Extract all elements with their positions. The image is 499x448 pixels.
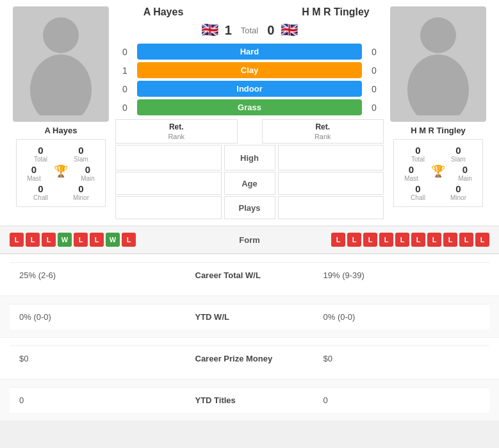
- total-section: 🇬🇧 1 Total 0 🇬🇧: [115, 22, 384, 38]
- player-left-main-cell: 0 Main: [74, 164, 101, 182]
- rank-row: Ret. Rank Ret. Rank: [115, 119, 384, 144]
- player-left-main-val: 0: [74, 164, 101, 175]
- career-wl-label: Career Total W/L: [186, 262, 314, 288]
- form-right-badge-1: L: [347, 233, 361, 247]
- form-right-badge-9: L: [475, 233, 489, 247]
- plays-right-val: [278, 196, 384, 219]
- player-left-total-val: 0: [20, 145, 61, 156]
- indoor-score-right: 0: [364, 84, 384, 94]
- player-right-mast-val: 0: [398, 164, 425, 175]
- player-right-total-cell: 0 Total: [398, 145, 438, 163]
- svg-point-2: [420, 17, 456, 53]
- form-label: Form: [211, 235, 288, 245]
- player-left-chall-minor-row: 0 Chall 0 Minor: [20, 183, 101, 201]
- svg-point-3: [407, 54, 469, 115]
- ytd-wl-row: 0% (0-0) YTD W/L 0% (0-0): [0, 295, 499, 337]
- form-right-badge-7: L: [443, 233, 457, 247]
- player-right-name: H M R Tingley: [411, 126, 466, 135]
- high-label: High: [240, 153, 259, 163]
- total-right-score: 0: [267, 23, 274, 38]
- ytd-wl-label: YTD W/L: [186, 304, 314, 329]
- rank-right-box: Ret. Rank: [262, 119, 384, 144]
- player-right-slam-val: 0: [438, 145, 479, 156]
- top-section: A Hayes 0 Total 0 Slam 0 Mast: [0, 0, 499, 226]
- form-left-badge-4: L: [74, 233, 88, 247]
- prize-money-left: $0: [10, 345, 186, 371]
- grass-score-right: 0: [364, 103, 384, 113]
- career-wl-right: 19% (9-39): [314, 262, 490, 288]
- player-left-slam-val: 0: [61, 145, 101, 156]
- player-right-total-val: 0: [398, 145, 438, 156]
- form-left-badge-1: L: [26, 233, 40, 247]
- form-right-badge-5: L: [411, 233, 425, 247]
- career-wl-left: 25% (2-6): [10, 262, 186, 288]
- player-left-slam-cell: 0 Slam: [61, 145, 101, 163]
- clay-score-right: 0: [364, 65, 384, 76]
- age-right-val: [278, 172, 384, 195]
- high-left-val: [115, 145, 222, 170]
- form-left-badge-3: W: [58, 233, 72, 247]
- total-label: Total: [241, 26, 258, 35]
- names-header: A Hayes H M R Tingley: [115, 6, 384, 18]
- player-right-minor-cell: 0 Minor: [438, 183, 479, 201]
- plays-row: Plays: [115, 196, 384, 219]
- ytd-wl-right: 0% (0-0): [314, 304, 490, 329]
- surface-hard-row: 0 Hard 0: [115, 44, 384, 60]
- player-left-minor-cell: 0 Minor: [61, 183, 101, 201]
- svg-point-0: [43, 17, 79, 53]
- grass-score-left: 0: [115, 103, 135, 113]
- rank-spacer: [240, 119, 259, 144]
- age-center-label: Age: [224, 172, 275, 195]
- hard-badge: Hard: [137, 44, 362, 60]
- age-left-val: [115, 172, 222, 195]
- rank-left-label: Rank: [168, 133, 184, 140]
- player-left-stats: 0 Total 0 Slam 0 Mast 🏆: [16, 139, 106, 207]
- player-left-mast-label: Mast: [20, 175, 47, 182]
- surface-indoor-row: 0 Indoor 0: [115, 81, 384, 97]
- player-left-minor-label: Minor: [61, 194, 101, 201]
- indoor-score-left: 0: [115, 84, 135, 94]
- player-left-total-label: Total: [20, 156, 61, 163]
- middle-area: A Hayes H M R Tingley 🇬🇧 1 Total 0 🇬🇧 0 …: [115, 6, 384, 219]
- player-right-chall-minor-row: 0 Chall 0 Minor: [398, 183, 479, 201]
- player-right-main-cell: 0 Main: [452, 164, 479, 182]
- player-left-minor-val: 0: [61, 183, 101, 194]
- player-right-total-label: Total: [398, 156, 438, 163]
- plays-center-label: Plays: [224, 196, 275, 219]
- ytd-titles-right: 0: [314, 387, 490, 413]
- total-left-score: 1: [225, 23, 232, 38]
- rank-left-ret: Ret.: [169, 122, 184, 131]
- career-wl-row: 25% (2-6) Career Total W/L 19% (9-39): [0, 254, 499, 295]
- age-row: Age: [115, 172, 384, 195]
- form-right-badge-8: L: [459, 233, 473, 247]
- ytd-wl-left: 0% (0-0): [10, 304, 186, 329]
- player-right-main-label: Main: [452, 175, 479, 182]
- player-right-chall-val: 0: [398, 183, 438, 194]
- plays-label: Plays: [239, 203, 261, 213]
- player-left-avatar: [13, 6, 109, 122]
- indoor-badge: Indoor: [137, 81, 362, 97]
- player-right-total-slam-row: 0 Total 0 Slam: [398, 145, 479, 163]
- player-left-mast-main-row: 0 Mast 🏆 0 Main: [20, 164, 101, 182]
- svg-point-1: [30, 54, 92, 115]
- trophy-left-icon: 🏆: [54, 165, 68, 178]
- surface-clay-row: 1 Clay 0: [115, 62, 384, 78]
- player-right-mast-cell: 0 Mast: [398, 164, 425, 182]
- form-right-badge-3: L: [379, 233, 393, 247]
- player-right-chall-label: Chall: [398, 194, 438, 201]
- player-left-card: A Hayes 0 Total 0 Slam 0 Mast: [6, 6, 115, 219]
- ytd-titles-row: 0 YTD Titles 0: [0, 379, 499, 420]
- high-center-label: High: [224, 145, 275, 170]
- flag-left-icon: 🇬🇧: [201, 22, 218, 38]
- form-left-badge-2: L: [42, 233, 56, 247]
- form-right-badge-2: L: [363, 233, 377, 247]
- player-left-silhouette: [22, 13, 99, 115]
- age-label: Age: [241, 179, 258, 188]
- player-right-slam-label: Slam: [438, 156, 479, 163]
- rank-left-box: Ret. Rank: [115, 119, 238, 144]
- player-left-trophy-cell: 🏆: [47, 164, 74, 182]
- player-left-chall-val: 0: [20, 183, 61, 194]
- form-left-badge-6: W: [106, 233, 120, 247]
- player-right-card: H M R Tingley 0 Total 0 Slam 0 Mast: [384, 6, 493, 219]
- hard-score-left: 0: [115, 47, 135, 57]
